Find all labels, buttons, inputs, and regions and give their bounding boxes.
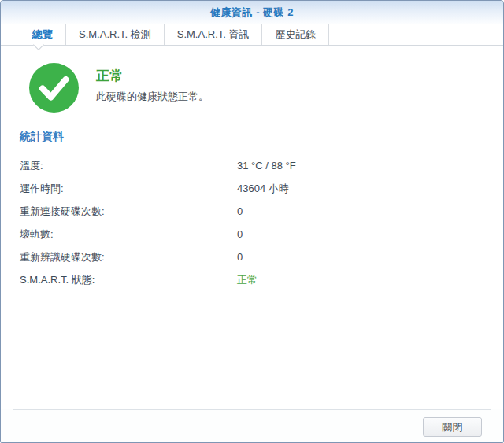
tab-smart-test[interactable]: S.M.A.R.T. 檢測 bbox=[65, 24, 164, 45]
check-circle-icon bbox=[29, 63, 79, 113]
stat-value-power-on-hours: 43604 小時 bbox=[237, 182, 289, 196]
tab-bar: 總覽 S.M.A.R.T. 檢測 S.M.A.R.T. 資訊 歷史記錄 bbox=[1, 24, 503, 46]
stat-value-reconnection-count: 0 bbox=[237, 205, 243, 217]
stat-label-power-on-hours: 運作時間: bbox=[20, 182, 237, 196]
dialog-footer: 關閉 bbox=[1, 409, 503, 442]
status-description: 此硬碟的健康狀態正常。 bbox=[96, 90, 209, 104]
dialog-titlebar[interactable]: 健康資訊 - 硬碟 2 bbox=[1, 1, 503, 24]
health-status-block: 正常 此硬碟的健康狀態正常。 bbox=[29, 63, 484, 113]
status-texts: 正常 此硬碟的健康狀態正常。 bbox=[96, 63, 209, 104]
stat-value-bad-sector-count: 0 bbox=[237, 228, 243, 240]
table-row: 重新辨識硬碟次數: 0 bbox=[20, 245, 484, 268]
stat-label-smart-status: S.M.A.R.T. 狀態: bbox=[20, 273, 237, 287]
health-info-dialog: 健康資訊 - 硬碟 2 總覽 S.M.A.R.T. 檢測 S.M.A.R.T. … bbox=[0, 0, 504, 443]
tab-history[interactable]: 歷史記錄 bbox=[261, 24, 329, 45]
table-row: 重新連接硬碟次數: 0 bbox=[20, 200, 484, 223]
stat-label-temperature: 溫度: bbox=[20, 159, 237, 173]
table-row: 溫度: 31 °C / 88 °F bbox=[20, 154, 484, 177]
stat-label-reconnection-count: 重新連接硬碟次數: bbox=[20, 205, 237, 219]
table-row: S.M.A.R.T. 狀態: 正常 bbox=[20, 268, 484, 291]
stats-table: 溫度: 31 °C / 88 °F 運作時間: 43604 小時 重新連接硬碟次… bbox=[20, 154, 484, 291]
stat-value-reidentify-count: 0 bbox=[237, 251, 243, 263]
tab-overview[interactable]: 總覽 bbox=[20, 24, 65, 45]
stats-section-title: 統計資料 bbox=[20, 130, 484, 144]
table-row: 壞軌數: 0 bbox=[20, 223, 484, 245]
overview-panel: 正常 此硬碟的健康狀態正常。 統計資料 溫度: 31 °C / 88 °F 運作… bbox=[1, 46, 503, 409]
stat-value-smart-status: 正常 bbox=[237, 273, 258, 287]
footer-buttons: 關閉 bbox=[1, 410, 503, 437]
table-row: 運作時間: 43604 小時 bbox=[20, 177, 484, 200]
stat-value-temperature: 31 °C / 88 °F bbox=[237, 160, 296, 172]
close-button[interactable]: 關閉 bbox=[423, 417, 482, 437]
status-title: 正常 bbox=[96, 67, 209, 85]
dialog-title: 健康資訊 - 硬碟 2 bbox=[210, 6, 294, 20]
stat-label-bad-sector-count: 壞軌數: bbox=[20, 227, 237, 242]
stats-section-divider bbox=[20, 150, 484, 150]
tab-smart-info[interactable]: S.M.A.R.T. 資訊 bbox=[164, 24, 262, 45]
stat-label-reidentify-count: 重新辨識硬碟次數: bbox=[20, 250, 237, 264]
